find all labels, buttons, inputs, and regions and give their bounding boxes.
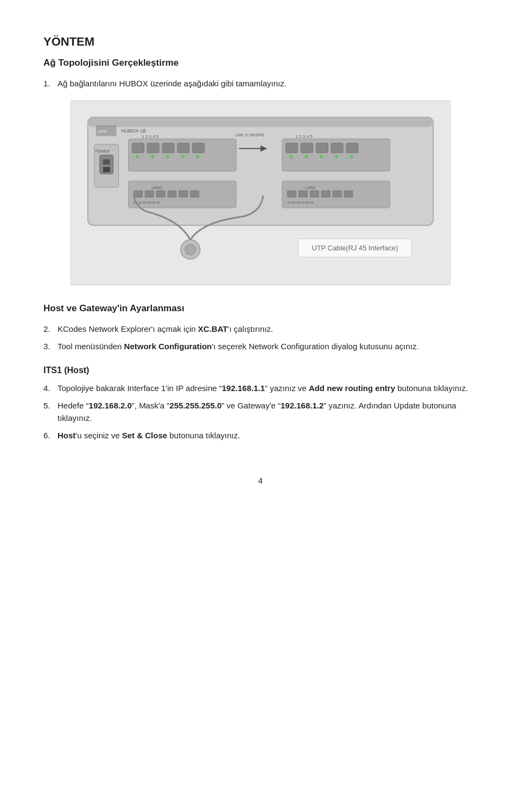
- svg-rect-41: [156, 191, 165, 197]
- item4-bold1: 192.168.1.1: [222, 383, 265, 393]
- svg-rect-50: [310, 191, 319, 197]
- svg-rect-15: [162, 143, 174, 153]
- svg-text:1   2   3   4   5: 1 2 3 4 5: [296, 134, 313, 139]
- svg-rect-40: [145, 191, 154, 197]
- svg-rect-39: [134, 191, 142, 197]
- list-item-6: 6. Host'u seçiniz ve Set & Close butonun…: [43, 430, 478, 442]
- item4-bold2: Add new routing entry: [309, 383, 395, 393]
- item5-mid2: ” ve Gateway'e “: [221, 401, 281, 410]
- svg-rect-44: [190, 191, 199, 197]
- hubox-device-image: KTP HUBOX-1B POWER 1 2 3 4 5 LNK O HDSPE: [71, 100, 450, 285]
- svg-text:LAN2: LAN2: [305, 185, 316, 190]
- svg-point-33: [305, 155, 308, 158]
- svg-text:POWER: POWER: [96, 149, 110, 153]
- item-number-1: 1.: [43, 78, 54, 90]
- svg-point-34: [320, 155, 323, 158]
- svg-rect-14: [147, 143, 159, 153]
- section-heading: Ağ Topolojisini Gerçekleştirme: [43, 56, 478, 70]
- host-gateway-section: Host ve Gateway'in Ayarlanması 2. KCodes…: [43, 301, 478, 353]
- svg-rect-2: [88, 117, 433, 127]
- list-item-1: 1. Ağ bağlantılarını HUBOX üzerinde aşağ…: [43, 78, 478, 90]
- item3-mid: 'ı seçerek Network Configuration diyalog…: [212, 342, 418, 351]
- svg-rect-31: [346, 143, 358, 153]
- item-number-2: 2.: [43, 323, 54, 336]
- svg-rect-53: [344, 191, 353, 197]
- svg-rect-42: [168, 191, 176, 197]
- svg-rect-51: [321, 191, 330, 197]
- svg-point-18: [136, 155, 139, 158]
- svg-text:LAN1: LAN1: [151, 185, 162, 190]
- item5-bold2: 255.255.255.0: [169, 401, 221, 410]
- item-text-4: Topolojiye bakarak Interface 1'in IP adr…: [58, 382, 478, 395]
- svg-rect-9: [103, 159, 110, 165]
- list-item-5: 5. Hedefe “192.168.2.0”, Mask'a “255.255…: [43, 400, 478, 424]
- svg-rect-29: [316, 143, 328, 153]
- list-item-3: 3. Tool menüsünden Network Configuration…: [43, 341, 478, 353]
- page-title: YÖNTEM: [43, 33, 478, 51]
- svg-text:UTP Cable(RJ 45 Interface): UTP Cable(RJ 45 Interface): [312, 244, 398, 252]
- svg-point-35: [335, 155, 338, 158]
- svg-rect-13: [132, 143, 144, 153]
- item-number-4: 4.: [43, 382, 54, 395]
- svg-text:KTP: KTP: [99, 129, 107, 134]
- item4-plain: Topolojiye bakarak Interface 1'in IP adr…: [58, 383, 222, 393]
- page-number: 4: [43, 475, 478, 487]
- item-text-3: Tool menüsünden Network Configuration'ı …: [58, 341, 478, 353]
- item5-bold3: 192.168.1.2: [281, 401, 323, 410]
- svg-point-19: [151, 155, 154, 158]
- svg-point-36: [350, 155, 353, 158]
- svg-rect-49: [299, 191, 308, 197]
- item4-suffix1: ” yazınız ve: [265, 383, 309, 393]
- svg-point-21: [181, 155, 185, 158]
- svg-rect-48: [288, 191, 296, 197]
- svg-point-56: [185, 244, 196, 255]
- item5-bold1: 192.168.2.0: [89, 401, 132, 410]
- item4-suffix2: butonuna tıklayınız.: [395, 383, 468, 393]
- item-text-1: Ağ bağlantılarını HUBOX üzerinde aşağıda…: [58, 78, 478, 90]
- item2-bold: XC.BAT: [198, 324, 228, 333]
- item6-bold2: Set & Close: [122, 431, 167, 440]
- item2-suffix: 'ı çalıştırınız.: [228, 324, 274, 333]
- item-number-5: 5.: [43, 400, 54, 412]
- svg-rect-10: [103, 167, 110, 172]
- item2-plain: KCodes Network Explorer'ı açmak için: [58, 324, 198, 333]
- item5-mid: ”, Mask'a “: [132, 401, 170, 410]
- svg-point-32: [290, 155, 293, 158]
- svg-text:LNK   O  HDSPE: LNK O HDSPE: [235, 133, 264, 137]
- item5-plain: Hedefe “: [58, 401, 89, 410]
- svg-point-22: [196, 155, 200, 158]
- svg-rect-28: [301, 143, 313, 153]
- svg-rect-43: [179, 191, 188, 197]
- item6-mid: 'u seçiniz ve: [75, 431, 122, 440]
- item3-plain: Tool menüsünden: [58, 342, 124, 351]
- item6-suffix: butonuna tıklayınız.: [167, 431, 240, 440]
- svg-rect-17: [193, 143, 205, 153]
- item6-bold1: Host: [58, 431, 75, 440]
- item-number-6: 6.: [43, 430, 54, 442]
- list-item-2: 2. KCodes Network Explorer'ı açmak için …: [43, 323, 478, 336]
- svg-rect-30: [331, 143, 343, 153]
- svg-rect-16: [177, 143, 189, 153]
- host-gateway-heading: Host ve Gateway'in Ayarlanması: [43, 301, 478, 316]
- svg-point-20: [166, 155, 169, 158]
- svg-text:01  02  03  04  05  06: 01 02 03 04 05 06: [288, 201, 314, 204]
- item-text-2: KCodes Network Explorer'ı açmak için XC.…: [58, 323, 478, 336]
- its1-host-label: ITS1 (Host): [43, 364, 478, 377]
- item-text-6: Host'u seçiniz ve Set & Close butonuna t…: [58, 430, 478, 442]
- list-item-4: 4. Topolojiye bakarak Interface 1'in IP …: [43, 382, 478, 395]
- item3-bold1: Network Configuration: [124, 342, 212, 351]
- item-number-3: 3.: [43, 341, 54, 353]
- svg-rect-27: [286, 143, 298, 153]
- svg-rect-52: [333, 191, 341, 197]
- item-text-5: Hedefe “192.168.2.0”, Mask'a “255.255.25…: [58, 400, 478, 424]
- svg-text:HUBOX-1B: HUBOX-1B: [122, 128, 147, 134]
- svg-text:1   2   3   4   5: 1 2 3 4 5: [142, 134, 158, 139]
